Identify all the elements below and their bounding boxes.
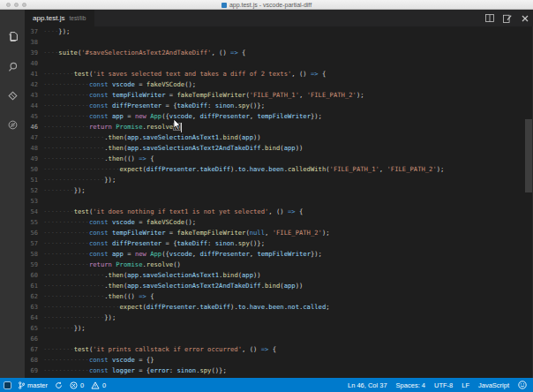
line-number[interactable]: 48 [25,143,38,154]
warning-count[interactable]: 0 [91,381,106,389]
line-number[interactable]: 64 [25,313,38,323]
feedback-smiley-icon[interactable] [518,381,527,389]
tab-app-test-js[interactable]: app.test.js test/lib [25,10,94,26]
code-line[interactable]: 66 [25,334,533,344]
code-line[interactable]: 44············const diffPresenter = {tak… [25,101,533,111]
split-editor-icon[interactable] [484,13,494,23]
line-number[interactable]: 67 [25,344,38,355]
code-text: ············return Promise.resolve() [43,260,181,270]
line-number[interactable]: 51 [25,175,38,185]
open-changes-icon[interactable] [502,13,512,23]
line-number[interactable]: 50 [25,164,38,175]
line-number[interactable]: 38 [25,37,38,48]
line-number[interactable]: 55 [25,217,38,228]
language-mode[interactable]: JavaScript [478,381,509,389]
line-number[interactable]: 45 [25,111,38,122]
code-line[interactable]: 60················.then(app.saveSelectio… [25,270,533,281]
line-number[interactable]: 52 [25,185,38,196]
code-line[interactable]: 52········}); [25,185,533,196]
error-icon [70,381,78,389]
code-line[interactable]: 37····}); [25,26,533,37]
code-line[interactable]: 64················}); [25,313,533,323]
code-line[interactable]: 45············const app = new App({vscod… [25,111,533,122]
line-number[interactable]: 43 [25,90,38,101]
line-number[interactable]: 69 [25,366,38,376]
line-number[interactable]: 61 [25,281,38,291]
close-editor-icon[interactable] [520,13,529,23]
code-line[interactable]: 58············const app = new App({vscod… [25,249,533,260]
encoding-setting[interactable]: UTF-8 [434,381,453,389]
line-number[interactable]: 63 [25,302,38,313]
indentation-setting[interactable]: Spaces: 4 [396,381,425,389]
line-number[interactable]: 57 [25,238,38,249]
line-number[interactable]: 60 [25,270,38,281]
code-line[interactable]: 63····················expect(diffPresent… [25,302,533,313]
code-line[interactable]: 59············return Promise.resolve() [25,260,533,270]
code-line[interactable]: 67········test('it prints callstack if e… [25,344,533,355]
code-lines: 37····});3839····suite('#saveSelectionAs… [25,26,533,378]
whitespace-dots: ············ [43,250,89,258]
line-number[interactable]: 42 [25,79,38,90]
vscode-logo-icon [221,3,227,8]
line-number[interactable]: 37 [25,26,38,37]
code-line[interactable]: 39····suite('#saveSelectionAsText2AndTak… [25,48,533,58]
code-line[interactable]: 48················.then(app.saveSelectio… [25,143,533,154]
code-line[interactable]: 50····················expect(diffPresent… [25,164,533,175]
code-editor[interactable]: 37····});3839····suite('#saveSelectionAs… [25,26,533,378]
code-line[interactable]: 53 [25,196,533,207]
code-line[interactable]: 54········test('it does nothing if text1… [25,207,533,217]
line-number[interactable]: 41 [25,69,38,79]
code-text: ················.then(app.saveSelectionA… [43,132,261,143]
source-control-icon[interactable] [0,82,25,109]
macos-titlebar[interactable]: app.test.js - vscode-partial-diff [0,0,533,10]
code-text: ················}); [43,175,116,185]
line-number[interactable]: 62 [25,291,38,302]
line-number[interactable]: 58 [25,249,38,260]
search-icon[interactable] [0,53,25,79]
code-line[interactable]: 42············const vscode = fakeVSCode(… [25,79,533,90]
code-line[interactable]: 62················.then(() => { [25,291,533,302]
code-text: ············const vscode = {} [43,355,154,366]
sync-button[interactable] [55,381,63,389]
line-number[interactable]: 68 [25,355,38,366]
code-line[interactable]: 57············const diffPresenter = {tak… [25,238,533,249]
line-number[interactable]: 47 [25,132,38,143]
code-line[interactable]: 47················.then(app.saveSelectio… [25,132,533,143]
explorer-icon[interactable] [0,23,25,49]
line-number[interactable]: 44 [25,101,38,111]
line-number[interactable]: 49 [25,154,38,164]
line-number[interactable]: 59 [25,260,38,270]
line-number[interactable]: 46 [25,122,38,132]
code-line[interactable]: 46············return Promise.resolve() [25,122,533,132]
code-line[interactable]: 69············const logger = {error: sin… [25,366,533,376]
cursor-position[interactable]: Ln 46, Col 37 [348,381,387,389]
whitespace-dots: ········ [43,345,74,353]
code-line[interactable]: 41········test('it saves selected text a… [25,69,533,79]
vscode-window: app.test.js - vscode-partial-diff app.te… [0,0,533,392]
git-branch-indicator[interactable]: master [19,381,48,389]
code-line[interactable]: 56············const tempFileWriter = fak… [25,228,533,238]
line-number[interactable]: 40 [25,58,38,69]
line-number[interactable]: 54 [25,207,38,217]
code-line[interactable]: 51················}); [25,175,533,185]
line-number[interactable]: 65 [25,323,38,334]
code-line[interactable]: 61················.then(app.saveSelectio… [25,281,533,291]
vertical-scrollbar[interactable] [525,119,532,192]
extension-app-icon[interactable] [4,381,11,389]
code-line[interactable]: 68············const vscode = {} [25,355,533,366]
whitespace-dots: ············ [43,366,89,374]
line-number[interactable]: 39 [25,48,38,58]
eol-setting[interactable]: LF [462,381,469,389]
code-line[interactable]: 38 [25,37,533,48]
line-number[interactable]: 56 [25,228,38,238]
code-text: ············const diffPresenter = {takeD… [43,101,265,111]
line-number[interactable]: 66 [25,334,38,344]
code-line[interactable]: 40 [25,58,533,69]
code-line[interactable]: 65········}); [25,323,533,334]
line-number[interactable]: 53 [25,196,38,207]
debug-icon[interactable] [0,111,25,138]
error-count[interactable]: 0 [70,381,84,389]
code-line[interactable]: 43············const tempFileWriter = fak… [25,90,533,101]
code-line[interactable]: 55············const vscode = fakeVSCode(… [25,217,533,228]
code-line[interactable]: 49················.then(() => { [25,154,533,164]
